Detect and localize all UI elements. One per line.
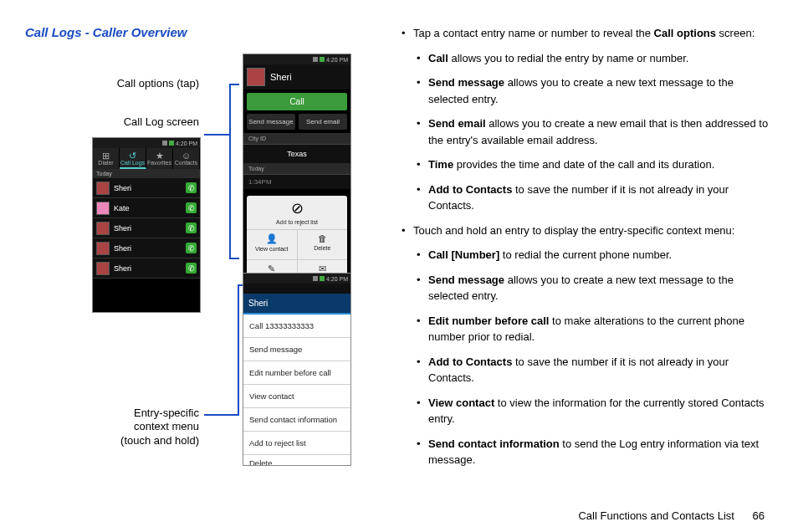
list-item: Send message allows you to create a new … xyxy=(417,74,770,107)
instructions: Tap a contact entry name or number to re… xyxy=(402,25,770,477)
label-ctx-l1: Entry-specific xyxy=(134,407,199,419)
status-time: 4:20 PM xyxy=(176,141,197,146)
connector xyxy=(204,414,239,416)
list-item: View contact to view the information for… xyxy=(417,395,770,427)
ctx-item-edit-number[interactable]: Edit number before call xyxy=(243,361,350,385)
tab-contacts[interactable]: ☺Contacts xyxy=(173,148,200,169)
reject-icon: ⊘ xyxy=(247,199,347,217)
log-row[interactable]: Sheri✆ xyxy=(93,238,200,258)
list-item: Send message allows you to create a new … xyxy=(417,272,770,304)
avatar xyxy=(96,182,110,195)
send-email-button[interactable]: Send email xyxy=(299,114,347,130)
ctx-item-add-reject[interactable]: Add to reject list xyxy=(243,432,350,455)
connector xyxy=(204,134,229,136)
phone-context-menu: 4:20 PM Sheri Call 13333333333 Send mess… xyxy=(243,273,351,466)
empty-area xyxy=(93,279,200,312)
battery-icon xyxy=(320,276,325,281)
delete-button[interactable]: 🗑Delete xyxy=(298,230,348,259)
t: Add to Contacts xyxy=(428,356,512,368)
log-name: Sheri xyxy=(114,184,186,192)
info-label: City ID xyxy=(243,133,350,145)
person-icon: 👤 xyxy=(247,233,297,244)
ctx-item-view-contact[interactable]: View contact xyxy=(243,385,350,408)
status-bar: 4:20 PM xyxy=(243,54,350,64)
ctx-item-send-message[interactable]: Send message xyxy=(243,338,350,361)
favorites-icon: ★ xyxy=(146,151,172,160)
context-menu-header: Sheri xyxy=(243,294,350,315)
t: Time xyxy=(428,158,453,171)
info-value: Texas xyxy=(243,145,350,163)
page-footer: Call Functions and Contacts List 66 xyxy=(578,509,765,522)
t: screen: xyxy=(716,27,755,39)
list-item: Time provides the time and date of the c… xyxy=(417,156,770,173)
t: Call [Number] xyxy=(428,248,499,261)
t: Send contact information xyxy=(428,437,560,450)
view-contact-button[interactable]: 👤View contact xyxy=(247,230,298,259)
t: Send message xyxy=(428,76,504,89)
list-item: Call allows you to redial the entry by n… xyxy=(417,50,770,67)
tab-dialer[interactable]: ⊞Dialer xyxy=(93,148,120,169)
contact-name: Sheri xyxy=(270,72,292,82)
t: Call options xyxy=(654,27,716,39)
tab-label: Favorites xyxy=(147,160,171,166)
connector xyxy=(229,84,231,259)
log-row[interactable]: Kate✆ xyxy=(93,198,200,218)
ctx-item-delete[interactable]: Delete xyxy=(243,455,350,465)
log-row[interactable]: Sheri✆ xyxy=(93,178,200,198)
log-name: Sheri xyxy=(114,244,186,253)
avatar xyxy=(96,202,110,215)
tab-label: Contacts xyxy=(175,160,198,166)
t: View contact xyxy=(428,396,494,409)
battery-icon xyxy=(320,57,325,62)
list-item: Call [Number] to redial the current phon… xyxy=(417,247,770,263)
t: Call xyxy=(428,52,448,64)
status-time: 4:20 PM xyxy=(326,57,348,63)
call-icon[interactable]: ✆ xyxy=(186,263,197,274)
ctx-item-call[interactable]: Call 13333333333 xyxy=(243,315,350,338)
log-row[interactable]: Sheri✆ xyxy=(93,258,200,279)
avatar xyxy=(96,262,110,275)
call-icon[interactable]: ✆ xyxy=(186,223,197,233)
list-item: Tap a contact entry name or number to re… xyxy=(402,25,770,42)
tab-label: Dialer xyxy=(98,160,113,166)
list-item: Touch and hold an entry to display the e… xyxy=(402,223,770,239)
call-button[interactable]: Call xyxy=(247,93,347,110)
popup-item[interactable]: ⊘ Add to reject list xyxy=(247,199,347,229)
call-icon[interactable]: ✆ xyxy=(186,202,197,213)
status-bar: 4:20 PM xyxy=(243,274,350,284)
footer-text: Call Functions and Contacts List xyxy=(578,509,734,522)
log-name: Sheri xyxy=(114,264,186,273)
popup-label: View contact xyxy=(247,244,297,256)
t: Tap a contact entry name or number to re… xyxy=(413,27,654,39)
dim-area xyxy=(243,284,350,294)
signal-icon xyxy=(162,141,167,146)
t: Edit number before call xyxy=(428,315,549,327)
contact-header: Sheri xyxy=(243,64,350,90)
dialer-icon: ⊞ xyxy=(93,151,119,160)
section-title: Call Logs - Caller Overview xyxy=(25,25,376,39)
tab-calllogs[interactable]: ↺Call Logs xyxy=(120,148,146,169)
call-icon[interactable]: ✆ xyxy=(186,182,197,193)
log-row[interactable]: Sheri✆ xyxy=(93,218,200,238)
avatar xyxy=(96,242,110,255)
send-message-button[interactable]: Send message xyxy=(247,114,295,130)
label-call-options: Call options (tap) xyxy=(65,77,199,90)
popup-label: Add to reject list xyxy=(247,217,347,229)
list-item: Add to Contacts to save the number if it… xyxy=(417,182,770,214)
list-item: Add to Contacts to save the number if it… xyxy=(417,354,770,386)
tab-favorites[interactable]: ★Favorites xyxy=(146,148,173,169)
connector xyxy=(238,284,239,416)
battery-icon xyxy=(169,141,174,146)
trash-icon: 🗑 xyxy=(298,233,348,243)
call-icon[interactable]: ✆ xyxy=(186,243,197,253)
day-header: Today xyxy=(93,169,200,178)
list-item: Edit number before call to make alterati… xyxy=(417,313,770,345)
ctx-item-send-contact-info[interactable]: Send contact information xyxy=(243,408,350,432)
tab-label: Call Logs xyxy=(120,160,145,166)
row-time: 1:34PM xyxy=(243,175,350,189)
phone-call-log: 4:20 PM ⊞Dialer ↺Call Logs ★Favorites ☺C… xyxy=(92,137,201,313)
t: to redial the current phone number. xyxy=(499,248,672,261)
avatar xyxy=(96,222,110,235)
phone-call-options: 4:20 PM Sheri Call Send message Send ema… xyxy=(243,54,351,301)
popup-label: Delete xyxy=(298,243,348,255)
